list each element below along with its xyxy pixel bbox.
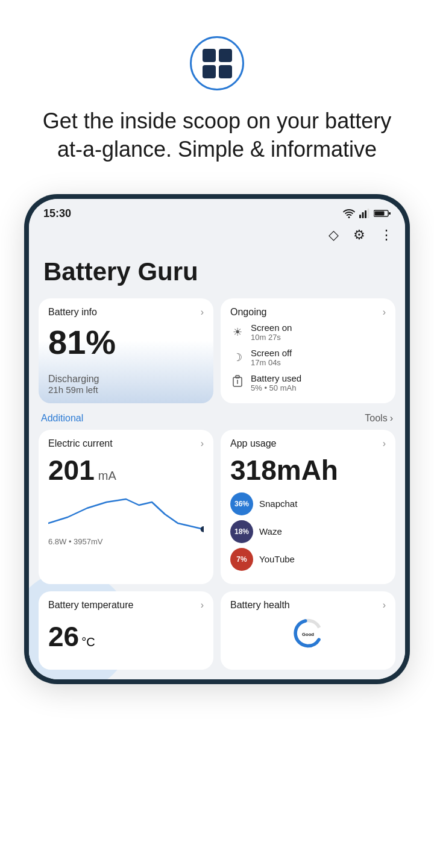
waze-name: Waze: [259, 526, 282, 536]
battery-status-icon: [374, 209, 391, 218]
electric-chart: [48, 490, 204, 532]
svg-rect-3: [368, 209, 370, 218]
ongoing-header: Ongoing ›: [230, 307, 386, 318]
icon-square-4: [219, 65, 232, 78]
cards-row-2: Electric current › 201 mA 6.8W • 3957mV: [39, 430, 395, 584]
battery-used-label: Battery used: [251, 373, 301, 383]
screen-on-icon: ☀: [230, 326, 245, 339]
battery-used-value: 5% • 50 mAh: [251, 383, 301, 392]
diamond-icon[interactable]: ◇: [329, 227, 339, 243]
settings-icon[interactable]: ⚙: [353, 227, 365, 243]
electric-header: Electric current ›: [48, 438, 204, 449]
additional-link[interactable]: Additional: [41, 413, 83, 424]
ongoing-screen-on: ☀ Screen on 10m 27s: [230, 322, 386, 342]
top-section: Get the inside scoop on your battery at-…: [0, 0, 434, 182]
wifi-icon: [342, 209, 356, 218]
svg-rect-6: [375, 212, 385, 216]
youtube-badge: 7%: [230, 548, 253, 571]
app-usage-header: App usage ›: [230, 438, 386, 449]
battery-health-header: Battery health ›: [230, 600, 386, 611]
ongoing-arrow: ›: [383, 307, 386, 318]
battery-temp-value: 26: [48, 620, 79, 653]
battery-info-title: Battery info: [48, 307, 97, 318]
electric-arrow: ›: [201, 438, 204, 449]
battery-temp-unit: °C: [81, 635, 95, 649]
tagline: Get the inside scoop on your battery at-…: [0, 107, 434, 164]
battery-percent: 81%: [48, 322, 204, 362]
battery-temp-header: Battery temperature ›: [48, 600, 204, 611]
tools-label: Tools: [365, 413, 387, 424]
ongoing-screen-off: ☽ Screen off 17m 04s: [230, 348, 386, 367]
signal-icon: [359, 209, 370, 218]
svg-rect-1: [362, 212, 364, 218]
app-item-youtube: 7% YouTube: [230, 548, 386, 571]
app-item-snapchat: 36% Snapchat: [230, 492, 386, 515]
battery-info-card[interactable]: Battery info › 81% Discharging 21h 59m l…: [39, 298, 213, 403]
app-usage-title: App usage: [230, 438, 277, 449]
status-icons: [342, 209, 391, 218]
screen-on-label: Screen on: [251, 322, 292, 333]
status-time: 15:30: [43, 207, 71, 220]
battery-used-icon: [230, 375, 245, 390]
icon-square-2: [219, 49, 232, 62]
icon-square-1: [203, 49, 216, 62]
app-usage-value: 318mAh: [230, 454, 386, 486]
app-title: Battery Guru: [43, 257, 391, 286]
svg-text:Good: Good: [302, 631, 314, 637]
svg-rect-2: [365, 210, 366, 218]
battery-health-card[interactable]: Battery health › Good: [221, 591, 395, 670]
screen-off-icon: ☽: [230, 351, 245, 364]
snapchat-badge: 36%: [230, 492, 253, 515]
cards-row-3: Battery temperature › 26 °C Battery heal…: [39, 591, 395, 670]
electric-card[interactable]: Electric current › 201 mA 6.8W • 3957mV: [39, 430, 213, 584]
ongoing-card[interactable]: Ongoing › ☀ Screen on 10m 27s ☽ Scree: [221, 298, 395, 403]
battery-temp-arrow: ›: [201, 600, 204, 611]
youtube-name: YouTube: [259, 554, 295, 564]
battery-status: Discharging: [48, 374, 204, 385]
cards-row-1: Battery info › 81% Discharging 21h 59m l…: [39, 298, 395, 403]
electric-unit: mA: [98, 469, 116, 483]
battery-health-arrow: ›: [383, 600, 386, 611]
electric-title: Electric current: [48, 438, 113, 449]
status-bar: 15:30: [29, 199, 405, 225]
battery-info-header: Battery info ›: [48, 307, 204, 318]
battery-health-title: Battery health: [230, 600, 290, 611]
screen-off-label: Screen off: [251, 348, 292, 358]
electric-value: 201: [48, 454, 95, 486]
svg-rect-0: [359, 215, 361, 218]
screen-on-value: 10m 27s: [251, 333, 292, 342]
app-icon-grid: [200, 46, 234, 81]
ongoing-title: Ongoing: [230, 307, 267, 318]
more-icon[interactable]: ⋮: [380, 227, 393, 243]
screen-off-value: 17m 04s: [251, 358, 292, 367]
additional-row: Additional Tools ›: [39, 410, 395, 430]
phone-mockup: 15:30: [24, 194, 410, 684]
battery-time: 21h 59m left: [48, 385, 204, 395]
app-usage-arrow: ›: [383, 438, 386, 449]
tools-link[interactable]: Tools ›: [365, 413, 393, 424]
svg-point-10: [201, 526, 204, 532]
app-usage-card[interactable]: App usage › 318mAh 36% Snapchat: [221, 430, 395, 584]
health-donut: Good: [230, 617, 386, 650]
cards-container: Battery info › 81% Discharging 21h 59m l…: [29, 298, 405, 679]
app-item-waze: 18% Waze: [230, 520, 386, 543]
health-donut-svg: Good: [278, 617, 338, 650]
icon-square-3: [203, 65, 216, 78]
waze-badge: 18%: [230, 520, 253, 543]
app-header: ◇ ⚙ ⋮: [29, 225, 405, 248]
battery-temp-card[interactable]: Battery temperature › 26 °C: [39, 591, 213, 670]
electric-footer: 6.8W • 3957mV: [48, 537, 204, 546]
snapchat-name: Snapchat: [259, 498, 297, 509]
ongoing-battery-used: Battery used 5% • 50 mAh: [230, 373, 386, 392]
battery-info-arrow: ›: [201, 307, 204, 318]
app-icon-circle: [190, 36, 244, 90]
app-title-bar: Battery Guru: [29, 248, 405, 298]
svg-rect-8: [236, 376, 239, 378]
battery-temp-title: Battery temperature: [48, 600, 133, 611]
phone-screen: 15:30: [29, 199, 405, 679]
tools-arrow: ›: [390, 413, 393, 424]
svg-rect-5: [389, 212, 391, 215]
